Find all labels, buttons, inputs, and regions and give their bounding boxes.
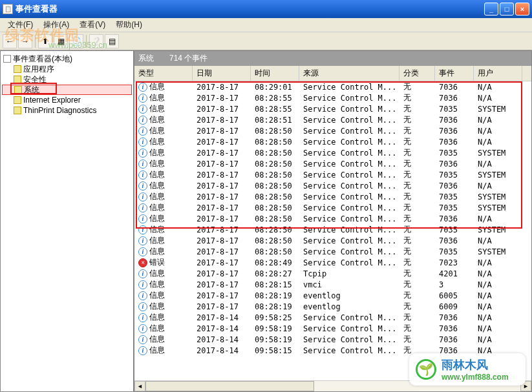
maximize-button[interactable]: □: [500, 3, 514, 15]
menu-view[interactable]: 查看(V): [74, 18, 111, 32]
cell-event: 7035: [435, 247, 474, 256]
table-row[interactable]: i信息2017-8-1708:28:50Service Control M...…: [134, 202, 531, 213]
table-row[interactable]: i信息2017-8-1708:28:50Service Control M...…: [134, 147, 531, 158]
table-row[interactable]: i信息2017-8-1409:58:19Service Control M...…: [134, 323, 531, 334]
table-row[interactable]: i信息2017-8-1409:58:19Service Control M...…: [134, 334, 531, 345]
cell-type: 信息: [149, 279, 165, 290]
cell-time: 08:28:15: [251, 280, 299, 289]
props-button[interactable]: ▦: [54, 34, 68, 48]
table-row[interactable]: i信息2017-8-1708:28:15vmci无3N/A: [134, 279, 531, 290]
info-icon: i: [138, 203, 147, 212]
info-icon: i: [138, 302, 147, 311]
cell-source: Service Control M...: [299, 247, 399, 256]
cell-date: 2017-8-17: [193, 236, 251, 245]
cell-type: 信息: [149, 158, 165, 169]
cell-event: 7035: [435, 105, 474, 114]
col-type[interactable]: 类型: [134, 66, 193, 81]
table-row[interactable]: i信息2017-8-1708:28:51Service Control M...…: [134, 114, 531, 125]
minimize-button[interactable]: _: [484, 3, 498, 15]
table-row[interactable]: i信息2017-8-1409:58:25Service Control M...…: [134, 312, 531, 323]
table-row[interactable]: i信息2017-8-1708:29:01Service Control M...…: [134, 81, 531, 92]
info-icon: i: [138, 269, 147, 278]
table-row[interactable]: ×错误2017-8-1708:28:49Service Control M...…: [134, 257, 531, 268]
col-user[interactable]: 用户: [474, 66, 522, 81]
table-row[interactable]: i信息2017-8-1708:28:50Service Control M...…: [134, 180, 531, 191]
tree-item-2[interactable]: 系统: [2, 85, 132, 95]
table-row[interactable]: i信息2017-8-1708:28:50Service Control M...…: [134, 191, 531, 202]
table-row[interactable]: i信息2017-8-1708:28:50Service Control M...…: [134, 136, 531, 147]
forward-button[interactable]: →: [18, 34, 32, 48]
tree-root[interactable]: 事件查看器(本地): [2, 54, 132, 64]
tree-item-0[interactable]: 应用程序: [2, 64, 132, 74]
cell-event: 7035: [435, 192, 474, 201]
cell-time: 08:28:55: [251, 94, 299, 103]
table-row[interactable]: i信息2017-8-1708:28:50Service Control M...…: [134, 246, 531, 257]
menu-action[interactable]: 操作(A): [38, 18, 74, 32]
tree-item-4[interactable]: ThinPrint Diagnostics: [2, 105, 132, 116]
cell-event: 7036: [435, 335, 474, 344]
cell-date: 2017-8-17: [193, 105, 251, 114]
cell-type: 信息: [149, 323, 165, 334]
table-row[interactable]: i信息2017-8-1708:28:50Service Control M...…: [134, 125, 531, 136]
table-row[interactable]: i信息2017-8-1708:28:55Service Control M...…: [134, 92, 531, 103]
cell-category: 无: [399, 180, 435, 191]
cell-source: Service Control M...: [299, 160, 399, 169]
table-row[interactable]: i信息2017-8-1708:28:50Service Control M...…: [134, 158, 531, 169]
list-count: 714 个事件: [169, 53, 207, 64]
info-icon: i: [138, 236, 147, 245]
scroll-thumb[interactable]: [145, 381, 314, 391]
help-button[interactable]: ❔: [89, 34, 103, 48]
refresh-button[interactable]: 📄: [69, 34, 83, 48]
table-row[interactable]: i信息2017-8-1708:28:27Tcpip无4201N/A: [134, 268, 531, 279]
table-row[interactable]: i信息2017-8-1708:28:55Service Control M...…: [134, 103, 531, 114]
table-row[interactable]: i信息2017-8-1708:28:50Service Control M...…: [134, 213, 531, 224]
cell-date: 2017-8-17: [193, 247, 251, 256]
cell-type: 信息: [149, 136, 165, 147]
up-button[interactable]: ⬆: [38, 34, 52, 48]
col-source[interactable]: 来源: [299, 66, 399, 81]
leaf-icon: 🌱: [416, 359, 436, 380]
list-button[interactable]: ▤: [105, 34, 119, 48]
table-row[interactable]: i信息2017-8-1708:28:50Service Control M...…: [134, 169, 531, 180]
back-button[interactable]: ←: [3, 34, 17, 48]
cell-type: 信息: [149, 213, 165, 224]
cell-source: vmci: [299, 280, 399, 289]
info-icon: i: [138, 149, 147, 158]
table-row[interactable]: i信息2017-8-1708:28:50Service Control M...…: [134, 235, 531, 246]
table-row[interactable]: i信息2017-8-1708:28:19eventlog无6009N/A: [134, 301, 531, 312]
cell-time: 08:28:50: [251, 181, 299, 191]
cell-type: 信息: [149, 345, 165, 356]
cell-type: 信息: [149, 246, 165, 257]
info-icon: i: [138, 138, 147, 147]
tree-item-1[interactable]: 安全性: [2, 74, 132, 85]
cell-type: 错误: [149, 257, 165, 268]
list-body[interactable]: i信息2017-8-1708:29:01Service Control M...…: [134, 81, 531, 380]
cell-user: SYSTEM: [474, 149, 522, 158]
list-panel: 系统 714 个事件 类型 日期 时间 来源 分类 事件 用户 i信息2017-…: [134, 50, 532, 392]
table-row[interactable]: i信息2017-8-1708:28:19eventlog无6005N/A: [134, 290, 531, 301]
menu-help[interactable]: 帮助(H): [111, 18, 147, 32]
col-category[interactable]: 分类: [399, 66, 435, 81]
cell-source: Service Control M...: [299, 225, 399, 234]
col-date[interactable]: 日期: [193, 66, 251, 81]
titlebar: 📋 事件查看器 _ □ ×: [0, 0, 532, 18]
close-button[interactable]: ×: [515, 3, 529, 15]
cell-date: 2017-8-17: [193, 160, 251, 169]
scroll-left-button[interactable]: ◄: [134, 381, 145, 391]
cell-category: 无: [399, 114, 435, 125]
col-time[interactable]: 时间: [251, 66, 299, 81]
cell-user: N/A: [474, 302, 522, 311]
list-title: 系统: [138, 53, 154, 64]
cell-time: 08:28:51: [251, 116, 299, 125]
cell-time: 08:28:50: [251, 247, 299, 256]
toolbar-sep2: [86, 35, 87, 48]
cell-date: 2017-8-17: [193, 269, 251, 278]
cell-user: N/A: [474, 138, 522, 147]
cell-type: 信息: [149, 81, 165, 92]
menu-file[interactable]: 文件(F): [3, 18, 38, 32]
cell-source: Service Control M...: [299, 214, 399, 223]
table-row[interactable]: i信息2017-8-1708:28:50Service Control M...…: [134, 224, 531, 235]
tree-item-3[interactable]: Internet Explorer: [2, 95, 132, 105]
col-event[interactable]: 事件: [435, 66, 474, 81]
cell-category: 无: [399, 290, 435, 301]
